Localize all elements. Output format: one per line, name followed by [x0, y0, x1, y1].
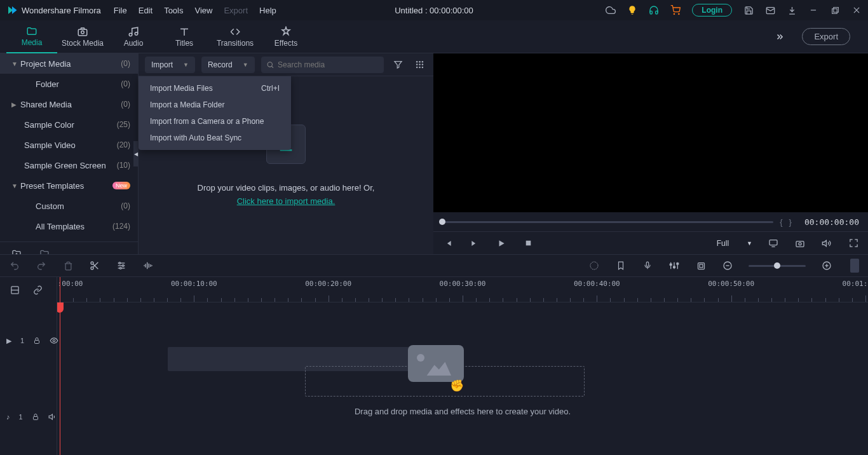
speaker-icon[interactable]	[48, 412, 57, 421]
display-icon[interactable]	[768, 238, 779, 249]
sidebar-folder[interactable]: Folder (0)	[0, 74, 138, 94]
cloud-icon[interactable]	[606, 5, 616, 15]
minimize-icon[interactable]	[808, 5, 818, 15]
playhead[interactable]	[60, 277, 60, 455]
timeline-header-controls	[0, 277, 57, 302]
import-dropdown[interactable]: Import ▼	[145, 57, 195, 73]
snapshot-icon[interactable]	[794, 238, 806, 249]
maximize-icon[interactable]	[830, 5, 840, 15]
text-icon	[179, 26, 190, 37]
marker-icon[interactable]	[615, 260, 627, 271]
import-media-folder[interactable]: Import a Media Folder	[139, 97, 291, 113]
import-camera-phone[interactable]: Import from a Camera or a Phone	[139, 113, 291, 130]
svg-point-56	[53, 339, 55, 342]
menu-edit[interactable]: Edit	[139, 6, 153, 15]
add-folder-icon[interactable]	[11, 248, 22, 255]
tab-audio[interactable]: Audio	[108, 20, 159, 53]
zoom-out-icon[interactable]	[722, 260, 733, 271]
media-toolbar: Import ▼ Record ▼	[139, 53, 433, 76]
menu-view[interactable]: View	[194, 6, 212, 15]
audio-wave-icon[interactable]	[142, 260, 154, 271]
import-media-link[interactable]: Click here to import media.	[237, 196, 336, 206]
tab-effects[interactable]: Effects	[261, 20, 311, 53]
sidebar-custom[interactable]: Custom (0)	[0, 196, 138, 216]
headphones-icon[interactable]	[649, 5, 659, 15]
filter-icon[interactable]	[390, 57, 405, 72]
marker-braces[interactable]: {}	[780, 217, 798, 227]
zoom-slider[interactable]	[749, 265, 806, 267]
prev-frame-icon[interactable]	[442, 238, 454, 249]
volume-icon[interactable]	[821, 238, 832, 249]
timeline-ruler[interactable]: 00:00:00:0000:00:10:0000:00:20:0000:00:3…	[57, 277, 868, 302]
search-box[interactable]	[261, 57, 384, 73]
collapse-handle-icon[interactable]: ◀	[133, 141, 139, 166]
link-icon[interactable]	[32, 284, 43, 295]
crop-icon[interactable]	[695, 260, 707, 271]
save-icon[interactable]	[743, 5, 754, 15]
timeline-tracks-area[interactable]: 00:00:00:0000:00:10:0000:00:20:0000:00:3…	[57, 277, 868, 455]
sidebar-sample-green[interactable]: Sample Green Screen (10)	[0, 155, 138, 175]
search-input[interactable]	[278, 60, 379, 69]
svg-rect-8	[78, 29, 87, 36]
track-manage-icon[interactable]	[9, 284, 20, 295]
timeline-hint-text: Drag and drop media and effects here to …	[355, 407, 571, 416]
more-tabs-icon[interactable]	[770, 32, 789, 41]
download-icon[interactable]	[787, 5, 797, 15]
record-dropdown[interactable]: Record ▼	[201, 57, 255, 73]
grid-view-icon[interactable]	[412, 57, 427, 72]
split-icon[interactable]	[89, 260, 100, 271]
video-track-header[interactable]: ▶ 1	[0, 302, 57, 379]
seek-track[interactable]	[442, 221, 773, 223]
export-button[interactable]: Export	[802, 28, 850, 45]
menu-bar: File Edit Tools View Export Help	[114, 6, 276, 15]
render-icon[interactable]	[588, 260, 600, 271]
stop-icon[interactable]	[522, 238, 534, 249]
play-icon[interactable]	[496, 238, 507, 249]
tab-stock-media[interactable]: Stock Media	[57, 20, 108, 53]
import-media-files[interactable]: Import Media Files Ctrl+I	[139, 80, 291, 97]
playhead-handle[interactable]	[57, 302, 64, 313]
tab-media[interactable]: Media	[6, 20, 57, 53]
close-icon[interactable]	[851, 5, 862, 15]
sidebar-sample-video[interactable]: Sample Video (20)	[0, 135, 138, 155]
delete-icon[interactable]	[62, 260, 74, 271]
preview-quality-dropdown[interactable]: Full ▼	[717, 239, 752, 248]
login-button[interactable]: Login	[692, 4, 732, 17]
svg-point-19	[421, 64, 423, 65]
preview-canvas[interactable]	[433, 53, 868, 212]
lightbulb-icon[interactable]	[627, 5, 637, 15]
next-frame-icon[interactable]	[469, 238, 480, 249]
lock-icon[interactable]	[33, 337, 41, 344]
mic-icon[interactable]	[642, 260, 653, 271]
lock-icon[interactable]	[32, 413, 39, 421]
sidebar-shared-media[interactable]: ▶ Shared Media (0)	[0, 94, 138, 114]
undo-icon[interactable]	[9, 260, 20, 271]
menu-help[interactable]: Help	[259, 6, 276, 15]
chevron-down-icon: ▼	[183, 62, 189, 68]
sidebar-all-templates[interactable]: All Templates (124)	[0, 216, 138, 236]
tab-titles[interactable]: Titles	[159, 20, 210, 53]
zoom-in-icon[interactable]	[821, 260, 832, 271]
menu-file[interactable]: File	[114, 6, 127, 15]
redo-icon[interactable]	[36, 260, 47, 271]
audio-track-header[interactable]: ♪ 1	[0, 379, 57, 455]
tab-transitions[interactable]: Transitions	[210, 20, 261, 53]
import-auto-beat-sync[interactable]: Import with Auto Beat Sync	[139, 130, 291, 146]
seek-handle[interactable]	[439, 219, 445, 225]
open-folder-icon[interactable]	[39, 248, 50, 255]
cart-icon[interactable]	[670, 5, 681, 15]
menu-tools[interactable]: Tools	[164, 6, 183, 15]
mail-icon[interactable]	[765, 5, 775, 15]
svg-rect-47	[700, 264, 703, 268]
filmora-logo-icon	[6, 4, 18, 16]
mixer-icon[interactable]	[668, 260, 680, 271]
adjust-icon[interactable]	[116, 260, 127, 271]
sidebar-project-media[interactable]: ▼ Project Media (0)	[0, 53, 138, 74]
svg-point-22	[421, 67, 423, 69]
sidebar-preset-templates[interactable]: ▼ Preset Templates New	[0, 175, 138, 196]
svg-rect-39	[646, 262, 649, 266]
fullscreen-icon[interactable]	[848, 238, 859, 249]
zoom-handle[interactable]	[774, 262, 780, 269]
zoom-fit-icon[interactable]	[850, 259, 859, 273]
sidebar-sample-color[interactable]: Sample Color (25)	[0, 114, 138, 135]
